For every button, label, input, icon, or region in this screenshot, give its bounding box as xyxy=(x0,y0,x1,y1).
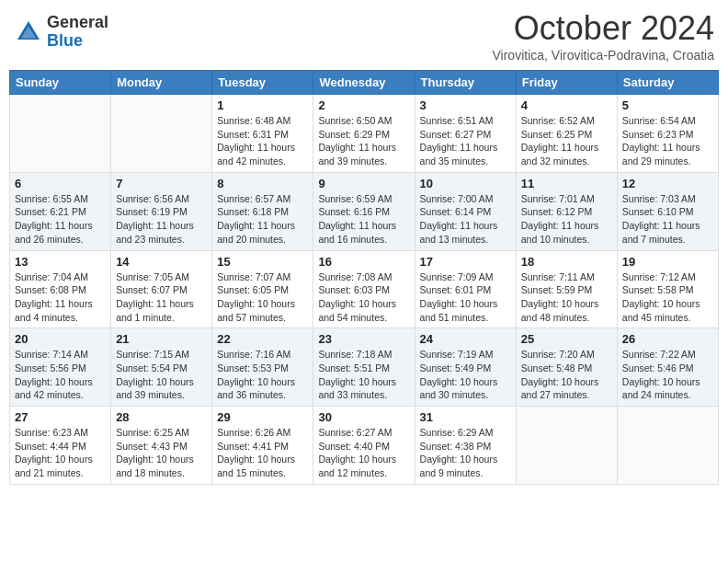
day-number: 9 xyxy=(318,177,409,190)
calendar-cell: 28Sunrise: 6:25 AM Sunset: 4:43 PM Dayli… xyxy=(111,407,212,485)
calendar-cell: 12Sunrise: 7:03 AM Sunset: 6:10 PM Dayli… xyxy=(617,172,718,250)
day-info: Sunrise: 6:48 AM Sunset: 6:31 PM Dayligh… xyxy=(217,114,308,168)
day-number: 12 xyxy=(622,177,713,190)
calendar-cell xyxy=(617,407,718,485)
day-info: Sunrise: 7:03 AM Sunset: 6:10 PM Dayligh… xyxy=(622,192,713,247)
weekday-header-friday: Friday xyxy=(516,71,617,95)
day-number: 31 xyxy=(420,410,511,424)
calendar-table: SundayMondayTuesdayWednesdayThursdayFrid… xyxy=(9,70,719,485)
day-info: Sunrise: 7:12 AM Sunset: 5:58 PM Dayligh… xyxy=(622,270,713,325)
weekday-header-saturday: Saturday xyxy=(617,71,718,95)
day-info: Sunrise: 7:15 AM Sunset: 5:54 PM Dayligh… xyxy=(116,348,207,402)
day-number: 10 xyxy=(420,177,511,190)
day-info: Sunrise: 7:01 AM Sunset: 6:12 PM Dayligh… xyxy=(521,192,612,247)
weekday-header-thursday: Thursday xyxy=(415,71,516,95)
day-number: 27 xyxy=(15,410,106,424)
day-info: Sunrise: 6:51 AM Sunset: 6:27 PM Dayligh… xyxy=(420,114,511,168)
day-number: 7 xyxy=(116,177,207,190)
calendar-cell xyxy=(111,95,212,173)
calendar-cell: 4Sunrise: 6:52 AM Sunset: 6:25 PM Daylig… xyxy=(516,95,617,173)
day-number: 22 xyxy=(217,332,308,346)
day-number: 24 xyxy=(420,332,511,346)
calendar-cell: 7Sunrise: 6:56 AM Sunset: 6:19 PM Daylig… xyxy=(111,172,212,250)
day-number: 2 xyxy=(318,98,409,112)
calendar-cell: 5Sunrise: 6:54 AM Sunset: 6:23 PM Daylig… xyxy=(617,95,718,173)
day-info: Sunrise: 7:07 AM Sunset: 6:05 PM Dayligh… xyxy=(217,270,308,325)
calendar-cell: 25Sunrise: 7:20 AM Sunset: 5:48 PM Dayli… xyxy=(516,328,617,407)
day-info: Sunrise: 6:26 AM Sunset: 4:41 PM Dayligh… xyxy=(217,426,308,480)
day-info: Sunrise: 6:57 AM Sunset: 6:18 PM Dayligh… xyxy=(217,192,308,247)
calendar-cell: 2Sunrise: 6:50 AM Sunset: 6:29 PM Daylig… xyxy=(313,95,415,173)
day-info: Sunrise: 7:14 AM Sunset: 5:56 PM Dayligh… xyxy=(15,348,106,402)
logo-general: General xyxy=(47,14,108,32)
day-info: Sunrise: 6:23 AM Sunset: 4:44 PM Dayligh… xyxy=(15,426,106,480)
calendar-cell: 29Sunrise: 6:26 AM Sunset: 4:41 PM Dayli… xyxy=(212,407,313,485)
day-number: 26 xyxy=(622,332,713,346)
page-header: General Blue October 2024 Virovitica, Vi… xyxy=(9,9,719,63)
day-info: Sunrise: 7:18 AM Sunset: 5:51 PM Dayligh… xyxy=(318,348,409,402)
calendar-week-4: 20Sunrise: 7:14 AM Sunset: 5:56 PM Dayli… xyxy=(10,328,719,407)
day-info: Sunrise: 6:55 AM Sunset: 6:21 PM Dayligh… xyxy=(15,192,106,247)
day-number: 21 xyxy=(116,332,207,346)
calendar-cell: 18Sunrise: 7:11 AM Sunset: 5:59 PM Dayli… xyxy=(516,250,617,328)
calendar-cell xyxy=(516,407,617,485)
day-number: 18 xyxy=(521,255,612,269)
calendar-cell: 10Sunrise: 7:00 AM Sunset: 6:14 PM Dayli… xyxy=(415,172,516,250)
calendar-cell: 22Sunrise: 7:16 AM Sunset: 5:53 PM Dayli… xyxy=(212,328,313,407)
day-number: 30 xyxy=(318,410,409,424)
title-section: October 2024 Virovitica, Virovitica-Podr… xyxy=(493,9,714,63)
calendar-cell: 19Sunrise: 7:12 AM Sunset: 5:58 PM Dayli… xyxy=(617,250,718,328)
day-number: 17 xyxy=(420,255,511,269)
calendar-header: SundayMondayTuesdayWednesdayThursdayFrid… xyxy=(10,71,719,95)
day-info: Sunrise: 6:50 AM Sunset: 6:29 PM Dayligh… xyxy=(318,114,409,168)
calendar-cell: 21Sunrise: 7:15 AM Sunset: 5:54 PM Dayli… xyxy=(111,328,212,407)
day-number: 3 xyxy=(420,98,511,112)
day-info: Sunrise: 6:27 AM Sunset: 4:40 PM Dayligh… xyxy=(318,426,409,480)
day-number: 14 xyxy=(116,255,207,269)
calendar-cell xyxy=(10,95,111,173)
location-subtitle: Virovitica, Virovitica-Podravina, Croati… xyxy=(493,48,714,63)
calendar-cell: 6Sunrise: 6:55 AM Sunset: 6:21 PM Daylig… xyxy=(10,172,111,250)
day-number: 13 xyxy=(15,255,106,269)
logo-blue: Blue xyxy=(47,32,108,51)
calendar-cell: 17Sunrise: 7:09 AM Sunset: 6:01 PM Dayli… xyxy=(415,250,516,328)
day-number: 8 xyxy=(217,177,308,190)
calendar-cell: 1Sunrise: 6:48 AM Sunset: 6:31 PM Daylig… xyxy=(212,95,313,173)
calendar-cell: 20Sunrise: 7:14 AM Sunset: 5:56 PM Dayli… xyxy=(10,328,111,407)
day-info: Sunrise: 6:52 AM Sunset: 6:25 PM Dayligh… xyxy=(521,114,612,168)
calendar-cell: 31Sunrise: 6:29 AM Sunset: 4:38 PM Dayli… xyxy=(415,407,516,485)
logo-text: General Blue xyxy=(47,14,108,51)
day-number: 4 xyxy=(521,98,612,112)
day-number: 16 xyxy=(318,255,409,269)
calendar-cell: 3Sunrise: 6:51 AM Sunset: 6:27 PM Daylig… xyxy=(415,95,516,173)
day-number: 11 xyxy=(521,177,612,190)
day-info: Sunrise: 7:00 AM Sunset: 6:14 PM Dayligh… xyxy=(420,192,511,247)
day-number: 15 xyxy=(217,255,308,269)
calendar-cell: 15Sunrise: 7:07 AM Sunset: 6:05 PM Dayli… xyxy=(212,250,313,328)
day-info: Sunrise: 7:05 AM Sunset: 6:07 PM Dayligh… xyxy=(116,270,207,325)
day-number: 28 xyxy=(116,410,207,424)
day-number: 25 xyxy=(521,332,612,346)
day-info: Sunrise: 6:59 AM Sunset: 6:16 PM Dayligh… xyxy=(318,192,409,247)
calendar-cell: 30Sunrise: 6:27 AM Sunset: 4:40 PM Dayli… xyxy=(313,407,415,485)
day-info: Sunrise: 6:29 AM Sunset: 4:38 PM Dayligh… xyxy=(420,426,511,480)
day-number: 1 xyxy=(217,98,308,112)
day-number: 6 xyxy=(15,177,106,190)
logo-icon xyxy=(14,17,43,47)
calendar-week-5: 27Sunrise: 6:23 AM Sunset: 4:44 PM Dayli… xyxy=(10,407,719,485)
calendar-body: 1Sunrise: 6:48 AM Sunset: 6:31 PM Daylig… xyxy=(10,95,719,485)
day-info: Sunrise: 7:20 AM Sunset: 5:48 PM Dayligh… xyxy=(521,348,612,402)
calendar-cell: 27Sunrise: 6:23 AM Sunset: 4:44 PM Dayli… xyxy=(10,407,111,485)
day-number: 29 xyxy=(217,410,308,424)
calendar-cell: 11Sunrise: 7:01 AM Sunset: 6:12 PM Dayli… xyxy=(516,172,617,250)
day-info: Sunrise: 7:19 AM Sunset: 5:49 PM Dayligh… xyxy=(420,348,511,402)
calendar-cell: 14Sunrise: 7:05 AM Sunset: 6:07 PM Dayli… xyxy=(111,250,212,328)
month-title: October 2024 xyxy=(493,9,714,48)
calendar-week-2: 6Sunrise: 6:55 AM Sunset: 6:21 PM Daylig… xyxy=(10,172,719,250)
calendar-week-1: 1Sunrise: 6:48 AM Sunset: 6:31 PM Daylig… xyxy=(10,95,719,173)
calendar-cell: 16Sunrise: 7:08 AM Sunset: 6:03 PM Dayli… xyxy=(313,250,415,328)
calendar-cell: 23Sunrise: 7:18 AM Sunset: 5:51 PM Dayli… xyxy=(313,328,415,407)
day-info: Sunrise: 6:56 AM Sunset: 6:19 PM Dayligh… xyxy=(116,192,207,247)
weekday-header-sunday: Sunday xyxy=(10,71,111,95)
calendar-cell: 13Sunrise: 7:04 AM Sunset: 6:08 PM Dayli… xyxy=(10,250,111,328)
